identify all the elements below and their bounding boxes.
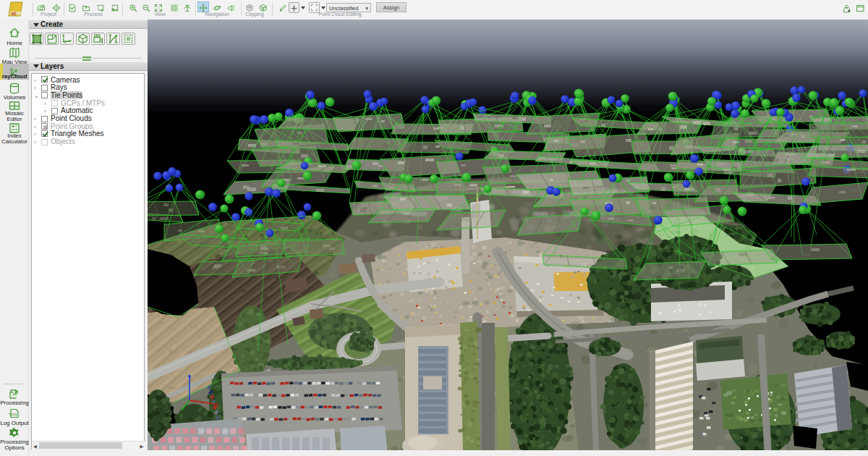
svg-text:log: log: [12, 412, 17, 416]
